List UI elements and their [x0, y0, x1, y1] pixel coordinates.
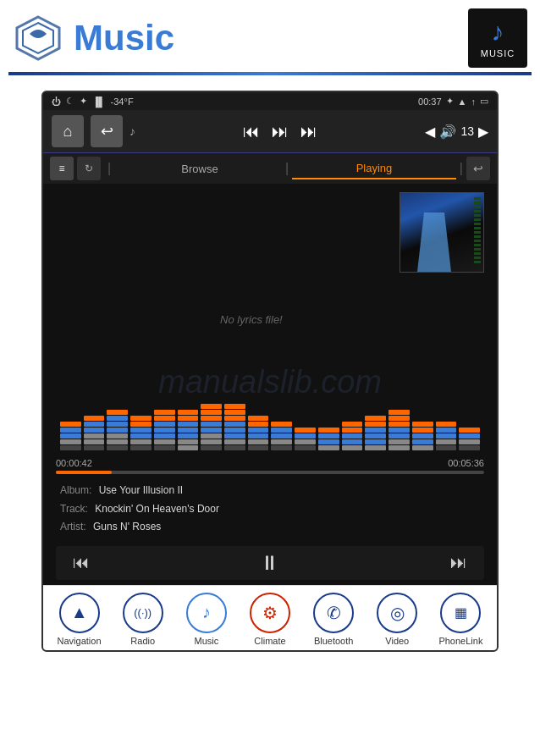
- logo-icon: [13, 13, 63, 63]
- eq-bar-16: [412, 422, 433, 450]
- progress-area: 00:00:42 00:05:36: [43, 455, 497, 477]
- progress-bar[interactable]: [56, 471, 484, 474]
- time-display: 00:37: [418, 97, 442, 107]
- status-bar: ⏻ ☾ ✦ ▐▌ -34°F 00:37 ✦ ▲ ↑ ▭: [43, 92, 497, 110]
- nav-item-radio[interactable]: ((·)) Radio: [115, 593, 170, 646]
- transport-controls: ⏮ ⏭ ⏭: [142, 122, 418, 141]
- top-controls: ⌂ ↩ ♪ ⏮ ⏭ ⏭ ◀ 🔊 13 ▶: [43, 110, 497, 152]
- skip-back-button[interactable]: ⏮: [243, 122, 260, 141]
- header-divider: [8, 72, 532, 75]
- equalizer-display: [43, 353, 497, 455]
- album-art: [399, 192, 484, 273]
- album-figure-shape: [417, 212, 451, 272]
- home-button[interactable]: ⌂: [52, 115, 84, 147]
- moon-icon: ☾: [66, 96, 74, 107]
- vol-left-arrow[interactable]: ◀: [425, 124, 435, 140]
- music-app-label: MUSIC: [481, 48, 515, 58]
- eq-bar-5: [154, 410, 175, 450]
- navigation-icon: ▲: [59, 593, 100, 633]
- progress-times: 00:00:42 00:05:36: [56, 458, 484, 468]
- volume-icon: 🔊: [439, 124, 456, 140]
- progress-bar-fill: [56, 471, 112, 474]
- tab-divider-2: |: [285, 161, 289, 176]
- bluetooth-status-icon: ✦: [446, 96, 454, 107]
- video-icon: ◎: [377, 593, 417, 633]
- bluetooth-icon: ✆: [313, 593, 354, 633]
- track-label: Track:: [60, 503, 88, 515]
- radio-label: Radio: [130, 636, 155, 646]
- eq-bar-10: [271, 422, 292, 450]
- eq-bar-6: [178, 410, 199, 450]
- track-value: Knockin' On Heaven's Door: [95, 503, 219, 515]
- header-left: Music: [13, 13, 174, 63]
- tab-divider-3: |: [460, 161, 463, 176]
- eq-bar-1: [60, 422, 81, 450]
- album-info-row: Album: Use Your Illusion II: [60, 482, 480, 500]
- volume-controls: ◀ 🔊 13 ▶: [425, 124, 488, 140]
- artist-value: Guns N' Roses: [93, 521, 161, 533]
- climate-icon: ⚙: [250, 593, 290, 633]
- main-content: No lyrics file!: [43, 184, 497, 455]
- album-label: Album:: [60, 484, 91, 496]
- eq-bar-11: [295, 428, 316, 450]
- next-button[interactable]: ⏭: [300, 122, 317, 141]
- volume-level: 13: [460, 124, 474, 138]
- eq-bar-12: [318, 428, 339, 450]
- climate-label: Climate: [254, 636, 285, 646]
- time-current: 00:00:42: [56, 458, 92, 468]
- artist-label: Artist:: [60, 521, 86, 533]
- repeat-icon[interactable]: ↻: [77, 157, 101, 180]
- nav-item-climate[interactable]: ⚙ Climate: [242, 593, 297, 646]
- nav-item-music[interactable]: ♪ Music: [179, 593, 234, 646]
- radio-icon: ((·)): [123, 593, 163, 633]
- tab-divider-1: |: [107, 161, 111, 176]
- nav-item-navigation[interactable]: ▲ Navigation: [52, 593, 107, 646]
- playing-tab[interactable]: Playing: [292, 158, 456, 179]
- nav-item-video[interactable]: ◎ Video: [370, 593, 425, 646]
- eq-bar-17: [436, 422, 457, 450]
- power-icon: ⏻: [52, 97, 61, 107]
- music-app-icon[interactable]: ♪ MUSIC: [468, 8, 527, 68]
- track-info-row: Track: Knockin' On Heaven's Door: [60, 500, 480, 519]
- nav-item-bluetooth[interactable]: ✆ Bluetooth: [306, 593, 361, 646]
- vol-right-arrow[interactable]: ▶: [478, 124, 488, 140]
- eq-bar-7: [201, 404, 222, 450]
- browse-tab[interactable]: Browse: [118, 159, 282, 179]
- signal-icon: ▐▌: [92, 97, 106, 107]
- eq-bar-14: [365, 416, 386, 450]
- temperature-display: -34°F: [111, 97, 134, 107]
- eq-bar-2: [84, 416, 105, 450]
- prev-button[interactable]: ⏭: [272, 122, 289, 141]
- nav-item-phonelink[interactable]: ▦ PhoneLink: [433, 593, 488, 646]
- page-title: Music: [74, 18, 174, 58]
- phonelink-label: PhoneLink: [438, 636, 482, 646]
- playback-prev-button[interactable]: ⏮: [73, 553, 90, 572]
- header: Music ♪ MUSIC: [0, 0, 540, 72]
- eq-bar-15: [388, 410, 410, 450]
- eq-bar-18: [459, 428, 480, 450]
- eq-bar-8: [224, 404, 245, 450]
- equalizer-icon[interactable]: ≡: [50, 157, 74, 180]
- wifi-icon: ▲: [458, 97, 467, 107]
- playback-pause-button[interactable]: ⏸: [260, 551, 280, 575]
- bluetooth-label: Bluetooth: [314, 636, 353, 646]
- music-label: Music: [194, 636, 218, 646]
- video-label: Video: [385, 636, 409, 646]
- tab-back-button[interactable]: ↩: [466, 157, 490, 180]
- music-icon: ♪: [186, 593, 227, 633]
- time-total: 00:05:36: [448, 458, 484, 468]
- album-art-inner: [400, 193, 483, 272]
- artist-info-row: Artist: Guns N' Roses: [60, 518, 480, 537]
- device-screen: ⏻ ☾ ✦ ▐▌ -34°F 00:37 ✦ ▲ ↑ ▭ ⌂ ↩ ♪ ⏮ ⏭ ⏭…: [41, 91, 499, 652]
- eq-bar-9: [248, 416, 269, 450]
- brightness-icon: ✦: [80, 96, 87, 107]
- phonelink-icon: ▦: [440, 593, 481, 633]
- eq-bar-4: [130, 416, 152, 450]
- navigation-label: Navigation: [58, 636, 102, 646]
- eq-bar-13: [342, 422, 363, 450]
- playback-next-button[interactable]: ⏭: [450, 553, 467, 572]
- battery-icon: ▭: [480, 96, 488, 107]
- playback-bar: ⏮ ⏸ ⏭: [56, 546, 484, 580]
- back-button[interactable]: ↩: [91, 115, 123, 147]
- bottom-nav: ▲ Navigation ((·)) Radio ♪ Music ⚙ Clima…: [43, 585, 497, 650]
